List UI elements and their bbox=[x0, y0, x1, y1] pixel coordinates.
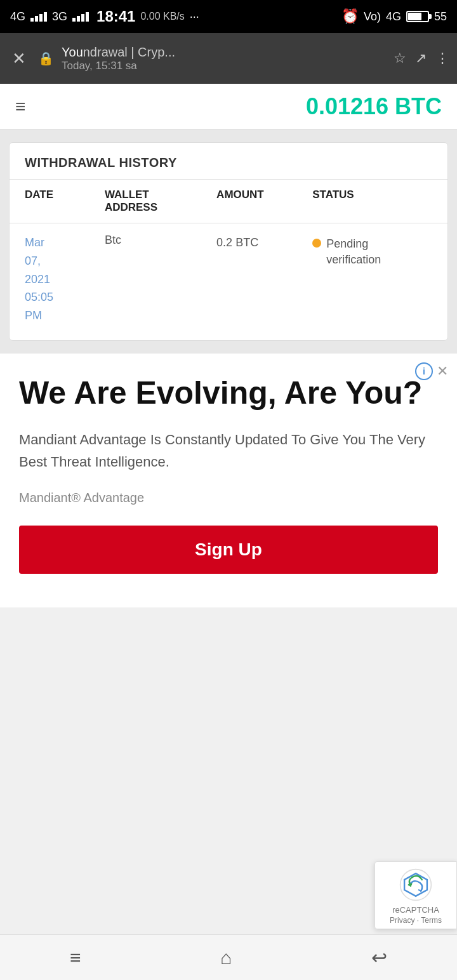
bottom-nav: ≡ ⌂ ↩ bbox=[0, 934, 457, 980]
time-display: 18:41 bbox=[96, 8, 135, 25]
page-content: ≡ 0.01216 BTC WITHDRAWAL HISTORY DATE WA… bbox=[0, 84, 457, 607]
status-bar: 4G 3G 18:41 0.00 KB/s ··· ⏰ Vo) 4G 55 bbox=[0, 0, 457, 33]
crypto-header: ≡ 0.01216 BTC bbox=[0, 84, 457, 129]
share-icon[interactable]: ↗ bbox=[415, 50, 427, 67]
cell-amount: 0.2 BTC bbox=[216, 234, 312, 249]
recaptcha-badge: reCAPTCHA Privacy · Terms bbox=[374, 861, 457, 929]
ad-body: Mandiant Advantage Is Constantly Updated… bbox=[19, 429, 438, 472]
status-dot bbox=[312, 239, 321, 248]
browser-title: Youndrawal | Cryp... bbox=[62, 45, 386, 60]
recaptcha-privacy-links[interactable]: Privacy · Terms bbox=[390, 916, 442, 925]
table-row: Mar07,202105:05PM Btc 0.2 BTC Pendingver… bbox=[10, 223, 447, 340]
col-amount: AMOUNT bbox=[216, 189, 312, 214]
data-speed: 0.00 KB/s bbox=[140, 11, 184, 22]
cell-wallet: Btc bbox=[105, 234, 216, 247]
battery-fill bbox=[408, 13, 421, 20]
dots: ··· bbox=[190, 10, 199, 23]
cell-status: Pendingverification bbox=[312, 234, 432, 268]
ad-badge: i ✕ bbox=[415, 362, 448, 380]
card-title: WITHDRAWAL HISTORY bbox=[25, 156, 177, 169]
signal-bars-2 bbox=[72, 12, 89, 22]
signal-4g: 4G bbox=[10, 10, 25, 23]
battery-icon bbox=[406, 11, 429, 22]
withdrawal-history-card: WITHDRAWAL HISTORY DATE WALLETADDRESS AM… bbox=[9, 142, 448, 341]
url-area[interactable]: Youndrawal | Cryp... Today, 15:31 sa bbox=[62, 45, 386, 72]
ad-section: i ✕ We Are Evolving, Are You? Mandiant A… bbox=[0, 354, 457, 607]
alarm-icon: ⏰ bbox=[341, 8, 359, 25]
col-status: STATUS bbox=[312, 189, 432, 214]
ad-brand: Mandiant® Advantage bbox=[19, 491, 438, 505]
recaptcha-text: reCAPTCHA bbox=[392, 905, 439, 915]
btc-balance: 0.01216 BTC bbox=[306, 93, 442, 120]
status-text: Pendingverification bbox=[326, 236, 381, 268]
more-icon[interactable]: ⋮ bbox=[435, 50, 449, 67]
nav-menu-icon[interactable]: ≡ bbox=[70, 947, 81, 969]
browser-bar: ✕ 🔒 Youndrawal | Cryp... Today, 15:31 sa… bbox=[0, 33, 457, 84]
recaptcha-logo-icon bbox=[399, 868, 432, 901]
status-left: 4G 3G 18:41 0.00 KB/s ··· bbox=[10, 8, 199, 25]
table: DATE WALLETADDRESS AMOUNT STATUS Mar07,2… bbox=[10, 180, 447, 340]
col-date: DATE bbox=[25, 189, 105, 214]
battery-level: 55 bbox=[434, 10, 447, 23]
browser-subtitle: Today, 15:31 sa bbox=[62, 60, 386, 72]
signal-bars-1 bbox=[30, 12, 47, 22]
hamburger-icon[interactable]: ≡ bbox=[15, 96, 25, 117]
browser-actions: ☆ ↗ ⋮ bbox=[394, 50, 449, 67]
ad-info-icon[interactable]: i bbox=[415, 362, 433, 380]
nav-home-icon[interactable]: ⌂ bbox=[220, 947, 232, 969]
ad-close-button[interactable]: ✕ bbox=[437, 363, 448, 380]
ad-headline: We Are Evolving, Are You? bbox=[19, 369, 438, 412]
bookmark-icon[interactable]: ☆ bbox=[394, 50, 406, 67]
table-header-row: DATE WALLETADDRESS AMOUNT STATUS bbox=[10, 180, 447, 223]
lock-icon: 🔒 bbox=[38, 51, 54, 66]
nav-back-icon[interactable]: ↩ bbox=[371, 946, 387, 969]
signal-3g: 3G bbox=[52, 10, 67, 23]
vol-icon: Vo) bbox=[364, 10, 381, 23]
cell-date: Mar07,202105:05PM bbox=[25, 234, 105, 325]
status-right: ⏰ Vo) 4G 55 bbox=[341, 8, 447, 25]
card-header: WITHDRAWAL HISTORY bbox=[10, 143, 447, 180]
browser-close-button[interactable]: ✕ bbox=[8, 47, 30, 70]
ad-signup-button[interactable]: Sign Up bbox=[19, 526, 438, 574]
col-wallet: WALLETADDRESS bbox=[105, 189, 216, 214]
lte-icon: 4G bbox=[386, 10, 401, 23]
